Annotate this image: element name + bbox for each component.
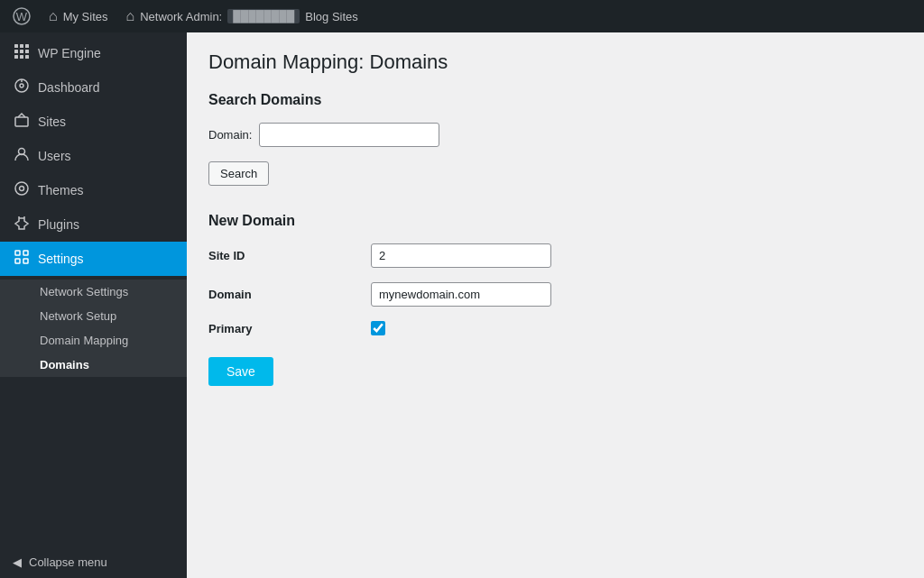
sidebar-item-themes-label: Themes [38, 183, 84, 197]
network-admin-nav[interactable]: ⌂ Network Admin: ████████ Blog Sites [117, 0, 367, 32]
sidebar-submenu-network-setup[interactable]: Network Setup [0, 304, 187, 328]
sidebar-item-sites-label: Sites [38, 115, 66, 129]
svg-rect-8 [14, 55, 18, 59]
collapse-icon: ◀ [13, 555, 22, 569]
sidebar-item-dashboard[interactable]: Dashboard [0, 70, 187, 105]
sidebar-item-sites[interactable]: Sites [0, 105, 187, 139]
domain-field-label: Domain [208, 288, 371, 301]
network-admin-site: ████████ [227, 9, 300, 23]
domain-mapping-label: Domain Mapping [40, 334, 128, 347]
sidebar-item-plugins[interactable]: Plugins [0, 207, 187, 242]
sidebar-submenu-network-settings[interactable]: Network Settings [0, 280, 187, 304]
domain-search-label: Domain: [208, 128, 252, 142]
users-icon [13, 146, 31, 166]
my-sites-nav[interactable]: ⌂ My Sites [40, 0, 117, 32]
primary-label: Primary [208, 322, 371, 335]
svg-text:W: W [16, 10, 28, 23]
svg-rect-9 [20, 55, 23, 59]
wp-engine-icon [13, 43, 31, 63]
svg-rect-19 [15, 251, 20, 255]
network-setup-label: Network Setup [40, 309, 116, 323]
network-settings-label: Network Settings [40, 285, 128, 298]
svg-rect-22 [23, 259, 28, 263]
primary-row: Primary [208, 321, 902, 335]
network-admin-icon: ⌂ [126, 8, 135, 24]
save-button-row: Save [208, 357, 902, 386]
main-content: Domain Mapping: Domains Search Domains D… [187, 32, 924, 578]
svg-rect-10 [25, 55, 29, 59]
my-sites-icon: ⌂ [49, 8, 58, 24]
settings-submenu: Network Settings Network Setup Domain Ma… [0, 280, 187, 377]
topbar: W ⌂ My Sites ⌂ Network Admin: ████████ B… [0, 0, 924, 32]
sidebar-item-settings[interactable]: Settings [0, 242, 187, 276]
svg-rect-4 [25, 44, 29, 48]
search-domains-section: Search Domains Domain: Search [208, 92, 902, 186]
svg-rect-6 [20, 50, 23, 53]
sidebar-item-settings-label: Settings [38, 252, 84, 266]
sidebar-item-wp-engine-label: WP Engine [38, 46, 101, 60]
svg-point-12 [20, 84, 23, 87]
svg-rect-2 [14, 44, 18, 48]
domain-field-row: Domain [208, 282, 902, 307]
sidebar: WP Engine Dashboard [0, 32, 187, 578]
sidebar-item-dashboard-label: Dashboard [38, 80, 100, 95]
themes-icon [13, 180, 31, 200]
svg-point-17 [20, 187, 24, 191]
site-id-row: Site ID [208, 243, 902, 268]
network-admin-label: Network Admin: [140, 10, 222, 23]
site-id-input[interactable] [371, 243, 551, 268]
svg-rect-14 [15, 117, 28, 126]
new-domain-section: New Domain Site ID Domain Primary Save [208, 213, 902, 386]
search-section-title: Search Domains [208, 92, 902, 108]
blog-sites-label: Blog Sites [305, 10, 358, 23]
sidebar-item-plugins-label: Plugins [38, 217, 79, 232]
sidebar-item-wp-engine[interactable]: WP Engine [0, 36, 187, 70]
collapse-menu-label: Collapse menu [29, 555, 107, 569]
my-sites-label: My Sites [63, 10, 108, 23]
collapse-menu-button[interactable]: ◀ Collapse menu [0, 546, 187, 578]
primary-checkbox[interactable] [371, 321, 385, 335]
svg-rect-7 [25, 50, 29, 53]
page-title: Domain Mapping: Domains [208, 50, 902, 74]
sites-icon [13, 112, 31, 132]
wp-logo-icon[interactable]: W [7, 0, 36, 32]
save-button[interactable]: Save [208, 357, 273, 386]
search-button[interactable]: Search [208, 161, 269, 186]
svg-rect-21 [15, 259, 20, 263]
sidebar-item-users-label: Users [38, 149, 71, 163]
primary-checkbox-wrapper [371, 321, 385, 335]
sidebar-item-users[interactable]: Users [0, 139, 187, 173]
domain-search-row: Domain: [208, 123, 902, 147]
sidebar-submenu-domain-mapping[interactable]: Domain Mapping [0, 328, 187, 353]
domain-field-input[interactable] [371, 282, 551, 307]
sidebar-submenu-domains[interactable]: Domains [0, 353, 187, 377]
domain-search-input[interactable] [259, 123, 439, 147]
plugins-icon [13, 215, 31, 234]
search-button-row: Search [208, 161, 902, 186]
new-domain-section-title: New Domain [208, 213, 902, 229]
sidebar-main-menu: WP Engine Dashboard [0, 32, 187, 280]
svg-rect-20 [23, 251, 28, 255]
svg-point-16 [15, 182, 28, 195]
settings-icon [13, 249, 31, 269]
sidebar-item-themes[interactable]: Themes [0, 173, 187, 207]
layout: WP Engine Dashboard [0, 32, 924, 578]
svg-rect-5 [14, 50, 18, 53]
svg-rect-3 [20, 44, 23, 48]
site-id-label: Site ID [208, 249, 371, 262]
dashboard-icon [13, 78, 31, 97]
domains-label: Domains [40, 358, 89, 372]
